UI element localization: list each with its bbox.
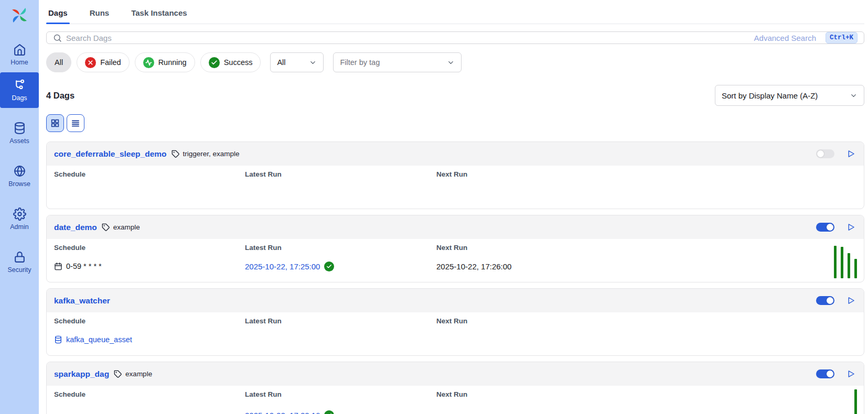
trigger-dag-button[interactable] [845, 222, 856, 233]
search-icon [53, 34, 62, 42]
success-check-icon [324, 262, 334, 271]
filter-chip-label: Failed [100, 58, 121, 67]
dag-pause-toggle[interactable] [816, 369, 834, 378]
table-view-button[interactable] [67, 114, 84, 132]
dag-card-body: Schedule Latest Run Next Run 2025-10-22,… [47, 386, 864, 414]
dag-name-link[interactable]: sparkapp_dag [54, 369, 109, 379]
lock-icon [13, 250, 26, 264]
next-run-label: Next Run [436, 317, 856, 325]
latest-run-label: Latest Run [245, 170, 436, 178]
list-icon [71, 118, 80, 128]
sidebar-item-label: Dags [12, 94, 27, 102]
trigger-dag-button[interactable] [845, 368, 856, 380]
run-duration-bar[interactable] [834, 246, 837, 278]
dag-tag-text: example [125, 370, 152, 378]
database-icon [54, 335, 62, 344]
filter-chip-all[interactable]: All [46, 52, 71, 72]
run-history-bars [854, 389, 857, 414]
sidebar-item-home[interactable]: Home [0, 37, 39, 72]
dag-tag-text: triggerer, example [183, 150, 240, 158]
toggle-knob [827, 224, 833, 231]
schedule-label: Schedule [54, 244, 245, 252]
dag-pause-toggle[interactable] [816, 149, 834, 158]
sort-select[interactable]: Sort by Display Name (A-Z) [715, 85, 864, 106]
sidebar-item-label: Home [10, 59, 28, 66]
dag-latest-run: 2025-10-22, 17:23:16 [245, 410, 436, 414]
dag-card: kafka_watcher Schedule Latest Run Next R… [46, 288, 864, 356]
dag-card-header: sparkapp_dag example [47, 362, 864, 386]
tag-filter-placeholder: Filter by tag [340, 58, 380, 67]
dag-card-header: date_demo example [47, 215, 864, 239]
sidebar-item-assets[interactable]: Assets [0, 115, 39, 151]
run-duration-bar[interactable] [854, 259, 857, 278]
run-duration-bar[interactable] [848, 253, 850, 278]
sidebar-item-admin[interactable]: Admin [0, 201, 39, 237]
tab-bar: Dags Runs Task Instances [46, 0, 864, 24]
sort-value: Sort by Display Name (A-Z) [722, 91, 818, 100]
run-duration-bar[interactable] [854, 389, 857, 414]
x-circle-icon [85, 57, 96, 68]
dag-name-link[interactable]: date_demo [54, 223, 97, 232]
tab-runs[interactable]: Runs [88, 8, 112, 24]
dag-schedule: 0-59 * * * * [54, 262, 245, 270]
tag-icon [102, 223, 110, 232]
filter-chip-success[interactable]: Success [200, 52, 261, 72]
shortcut-badge: Ctrl+K [826, 32, 858, 43]
tag-filter-select[interactable]: Filter by tag [333, 52, 462, 72]
play-icon [846, 149, 855, 158]
advanced-search-link[interactable]: Advanced Search [754, 34, 816, 42]
dag-schedule-asset-link[interactable]: kafka_queue_asset [54, 335, 245, 344]
sidebar-item-label: Browse [8, 180, 30, 188]
play-icon [846, 223, 855, 232]
trigger-dag-button[interactable] [845, 295, 856, 307]
latest-run-link[interactable]: 2025-10-22, 17:25:00 [245, 262, 320, 271]
dag-card: core_deferrable_sleep_demo triggerer, ex… [46, 141, 864, 209]
database-icon [13, 122, 26, 135]
dag-latest-run: 2025-10-22, 17:25:00 [245, 262, 436, 271]
dag-card: sparkapp_dag example Schedule [46, 362, 864, 414]
dag-tags: example [102, 223, 140, 232]
latest-run-label: Latest Run [245, 244, 436, 252]
latest-run-label: Latest Run [245, 317, 436, 325]
dag-card-body: Schedule Latest Run Next Run kafka_queue… [47, 312, 864, 355]
tag-icon [114, 370, 122, 378]
sidebar-item-label: Assets [9, 137, 29, 145]
tab-dags[interactable]: Dags [46, 8, 70, 24]
paused-filter-select[interactable]: All [270, 52, 324, 72]
dag-card-body: Schedule Latest Run Next Run [47, 166, 864, 209]
run-duration-bar[interactable] [841, 247, 843, 278]
tag-icon [172, 150, 180, 158]
sidebar-item-security[interactable]: Security [0, 244, 39, 280]
toggle-knob [827, 297, 833, 304]
dag-card-header: kafka_watcher [47, 289, 864, 312]
main-content: Dags Runs Task Instances Advanced Search… [39, 0, 868, 414]
dag-pause-toggle[interactable] [816, 223, 834, 232]
sidebar-item-browse[interactable]: Browse [0, 158, 39, 194]
globe-icon [13, 165, 26, 178]
dag-count: 4 Dags [46, 91, 74, 101]
airflow-logo [8, 4, 30, 26]
card-view-button[interactable] [46, 114, 64, 132]
latest-run-link[interactable]: 2025-10-22, 17:23:16 [245, 411, 320, 414]
filter-chip-failed[interactable]: Failed [77, 52, 130, 72]
sidebar-item-dags[interactable]: Dags [0, 72, 39, 108]
sidebar-item-label: Security [7, 266, 31, 274]
toggle-knob [817, 150, 824, 157]
latest-run-label: Latest Run [245, 390, 436, 398]
trigger-dag-button[interactable] [845, 148, 856, 160]
dag-name-link[interactable]: kafka_watcher [54, 296, 110, 306]
search-input[interactable] [66, 34, 750, 42]
dag-pause-toggle[interactable] [816, 296, 834, 305]
dag-name-link[interactable]: core_deferrable_sleep_demo [54, 149, 167, 159]
filter-chip-label: Running [158, 58, 187, 67]
sidebar-item-label: Admin [10, 223, 28, 231]
dag-icon [13, 79, 26, 92]
schedule-label: Schedule [54, 317, 245, 325]
home-icon [13, 43, 26, 56]
sidebar: Home Dags Assets Browse Admin Security [0, 0, 39, 414]
success-check-icon [324, 410, 334, 414]
filter-chip-running[interactable]: Running [135, 52, 195, 72]
tab-task-instances[interactable]: Task Instances [129, 8, 189, 24]
filter-chip-label: Success [224, 58, 253, 67]
next-run-label: Next Run [436, 244, 856, 252]
